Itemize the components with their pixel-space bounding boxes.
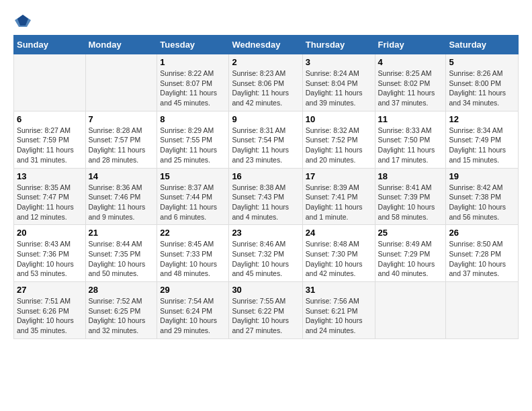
calendar-table: SundayMondayTuesdayWednesdayThursdayFrid… xyxy=(13,35,519,339)
day-info: Sunrise: 8:39 AM Sunset: 7:41 PM Dayligh… xyxy=(306,183,372,222)
calendar-cell: 13Sunrise: 8:35 AM Sunset: 7:47 PM Dayli… xyxy=(14,168,86,225)
day-number: 11 xyxy=(378,114,443,124)
calendar-cell: 16Sunrise: 8:38 AM Sunset: 7:43 PM Dayli… xyxy=(229,168,302,225)
day-info: Sunrise: 8:50 AM Sunset: 7:28 PM Dayligh… xyxy=(449,239,515,279)
calendar-week-row: 27Sunrise: 7:51 AM Sunset: 6:26 PM Dayli… xyxy=(14,282,519,339)
day-number: 10 xyxy=(306,114,372,124)
calendar-cell: 3Sunrise: 8:24 AM Sunset: 8:04 PM Daylig… xyxy=(302,54,375,111)
day-number: 16 xyxy=(232,171,299,181)
day-number: 20 xyxy=(17,228,83,238)
calendar-week-row: 1Sunrise: 8:22 AM Sunset: 8:07 PM Daylig… xyxy=(14,54,519,111)
day-number: 22 xyxy=(160,228,226,238)
calendar-cell: 15Sunrise: 8:37 AM Sunset: 7:44 PM Dayli… xyxy=(157,168,229,225)
calendar-cell: 11Sunrise: 8:33 AM Sunset: 7:50 PM Dayli… xyxy=(375,111,446,168)
day-number: 4 xyxy=(378,57,443,67)
day-info: Sunrise: 8:48 AM Sunset: 7:30 PM Dayligh… xyxy=(306,239,372,279)
header-day-friday: Friday xyxy=(375,36,446,54)
calendar-cell: 19Sunrise: 8:42 AM Sunset: 7:38 PM Dayli… xyxy=(446,168,519,225)
day-info: Sunrise: 8:42 AM Sunset: 7:38 PM Dayligh… xyxy=(449,183,515,222)
calendar-week-row: 20Sunrise: 8:43 AM Sunset: 7:36 PM Dayli… xyxy=(14,225,519,282)
calendar-cell: 29Sunrise: 7:54 AM Sunset: 6:24 PM Dayli… xyxy=(157,282,229,339)
day-info: Sunrise: 8:23 AM Sunset: 8:06 PM Dayligh… xyxy=(232,68,299,108)
calendar-cell: 18Sunrise: 8:41 AM Sunset: 7:39 PM Dayli… xyxy=(375,168,446,225)
header-day-thursday: Thursday xyxy=(302,36,375,54)
day-number: 5 xyxy=(449,57,515,67)
day-number: 30 xyxy=(232,285,299,295)
calendar-cell: 6Sunrise: 8:27 AM Sunset: 7:59 PM Daylig… xyxy=(14,111,86,168)
day-info: Sunrise: 7:56 AM Sunset: 6:21 PM Dayligh… xyxy=(306,296,372,336)
calendar-cell: 28Sunrise: 7:52 AM Sunset: 6:25 PM Dayli… xyxy=(85,282,157,339)
day-info: Sunrise: 8:49 AM Sunset: 7:29 PM Dayligh… xyxy=(378,239,443,279)
day-info: Sunrise: 7:52 AM Sunset: 6:25 PM Dayligh… xyxy=(89,296,154,336)
day-number: 27 xyxy=(17,285,83,295)
calendar-cell: 25Sunrise: 8:49 AM Sunset: 7:29 PM Dayli… xyxy=(375,225,446,282)
header-day-sunday: Sunday xyxy=(14,36,86,54)
day-number: 3 xyxy=(306,57,372,67)
day-number: 8 xyxy=(160,114,226,124)
day-info: Sunrise: 7:51 AM Sunset: 6:26 PM Dayligh… xyxy=(17,296,83,336)
calendar-cell: 21Sunrise: 8:44 AM Sunset: 7:35 PM Dayli… xyxy=(85,225,157,282)
header-day-wednesday: Wednesday xyxy=(229,36,302,54)
day-info: Sunrise: 8:37 AM Sunset: 7:44 PM Dayligh… xyxy=(160,183,226,222)
calendar-cell xyxy=(375,282,446,339)
day-info: Sunrise: 7:55 AM Sunset: 6:22 PM Dayligh… xyxy=(232,296,299,336)
day-info: Sunrise: 8:46 AM Sunset: 7:32 PM Dayligh… xyxy=(232,239,299,279)
day-number: 25 xyxy=(378,228,443,238)
day-info: Sunrise: 8:36 AM Sunset: 7:46 PM Dayligh… xyxy=(89,183,154,222)
calendar-cell: 26Sunrise: 8:50 AM Sunset: 7:28 PM Dayli… xyxy=(446,225,519,282)
day-number: 9 xyxy=(232,114,299,124)
day-info: Sunrise: 7:54 AM Sunset: 6:24 PM Dayligh… xyxy=(160,296,226,336)
day-number: 6 xyxy=(17,114,83,124)
day-number: 23 xyxy=(232,228,299,238)
day-number: 19 xyxy=(449,171,515,181)
calendar-cell: 31Sunrise: 7:56 AM Sunset: 6:21 PM Dayli… xyxy=(302,282,375,339)
day-info: Sunrise: 8:27 AM Sunset: 7:59 PM Dayligh… xyxy=(17,126,83,165)
day-info: Sunrise: 8:44 AM Sunset: 7:35 PM Dayligh… xyxy=(89,239,154,279)
calendar-week-row: 13Sunrise: 8:35 AM Sunset: 7:47 PM Dayli… xyxy=(14,168,519,225)
day-number: 1 xyxy=(160,57,226,67)
calendar-cell: 5Sunrise: 8:26 AM Sunset: 8:00 PM Daylig… xyxy=(446,54,519,111)
calendar-cell: 4Sunrise: 8:25 AM Sunset: 8:02 PM Daylig… xyxy=(375,54,446,111)
day-info: Sunrise: 8:25 AM Sunset: 8:02 PM Dayligh… xyxy=(378,68,443,108)
calendar-cell: 20Sunrise: 8:43 AM Sunset: 7:36 PM Dayli… xyxy=(14,225,86,282)
day-number: 15 xyxy=(160,171,226,181)
day-number: 31 xyxy=(306,285,372,295)
day-number: 14 xyxy=(89,171,154,181)
calendar-header-row: SundayMondayTuesdayWednesdayThursdayFrid… xyxy=(14,36,519,54)
calendar-cell xyxy=(14,54,86,111)
day-number: 28 xyxy=(89,285,154,295)
calendar-cell xyxy=(446,282,519,339)
calendar-cell: 24Sunrise: 8:48 AM Sunset: 7:30 PM Dayli… xyxy=(302,225,375,282)
day-number: 13 xyxy=(17,171,83,181)
header xyxy=(13,13,519,28)
day-number: 12 xyxy=(449,114,515,124)
calendar-cell xyxy=(85,54,157,111)
day-number: 7 xyxy=(89,114,154,124)
calendar-week-row: 6Sunrise: 8:27 AM Sunset: 7:59 PM Daylig… xyxy=(14,111,519,168)
day-info: Sunrise: 8:33 AM Sunset: 7:50 PM Dayligh… xyxy=(378,126,443,165)
day-info: Sunrise: 8:43 AM Sunset: 7:36 PM Dayligh… xyxy=(17,239,83,279)
header-day-tuesday: Tuesday xyxy=(157,36,229,54)
day-number: 26 xyxy=(449,228,515,238)
day-info: Sunrise: 8:31 AM Sunset: 7:54 PM Dayligh… xyxy=(232,126,299,165)
day-info: Sunrise: 8:28 AM Sunset: 7:57 PM Dayligh… xyxy=(89,126,154,165)
logo-icon xyxy=(13,13,32,28)
calendar-cell: 27Sunrise: 7:51 AM Sunset: 6:26 PM Dayli… xyxy=(14,282,86,339)
calendar-cell: 23Sunrise: 8:46 AM Sunset: 7:32 PM Dayli… xyxy=(229,225,302,282)
day-info: Sunrise: 8:45 AM Sunset: 7:33 PM Dayligh… xyxy=(160,239,226,279)
day-info: Sunrise: 8:35 AM Sunset: 7:47 PM Dayligh… xyxy=(17,183,83,222)
day-info: Sunrise: 8:24 AM Sunset: 8:04 PM Dayligh… xyxy=(306,68,372,108)
day-number: 2 xyxy=(232,57,299,67)
calendar-cell: 8Sunrise: 8:29 AM Sunset: 7:55 PM Daylig… xyxy=(157,111,229,168)
logo xyxy=(13,13,35,28)
header-day-saturday: Saturday xyxy=(446,36,519,54)
day-number: 21 xyxy=(89,228,154,238)
calendar-cell: 10Sunrise: 8:32 AM Sunset: 7:52 PM Dayli… xyxy=(302,111,375,168)
calendar-cell: 1Sunrise: 8:22 AM Sunset: 8:07 PM Daylig… xyxy=(157,54,229,111)
calendar-cell: 30Sunrise: 7:55 AM Sunset: 6:22 PM Dayli… xyxy=(229,282,302,339)
calendar-cell: 9Sunrise: 8:31 AM Sunset: 7:54 PM Daylig… xyxy=(229,111,302,168)
header-day-monday: Monday xyxy=(85,36,157,54)
calendar-cell: 14Sunrise: 8:36 AM Sunset: 7:46 PM Dayli… xyxy=(85,168,157,225)
calendar-cell: 2Sunrise: 8:23 AM Sunset: 8:06 PM Daylig… xyxy=(229,54,302,111)
day-number: 24 xyxy=(306,228,372,238)
